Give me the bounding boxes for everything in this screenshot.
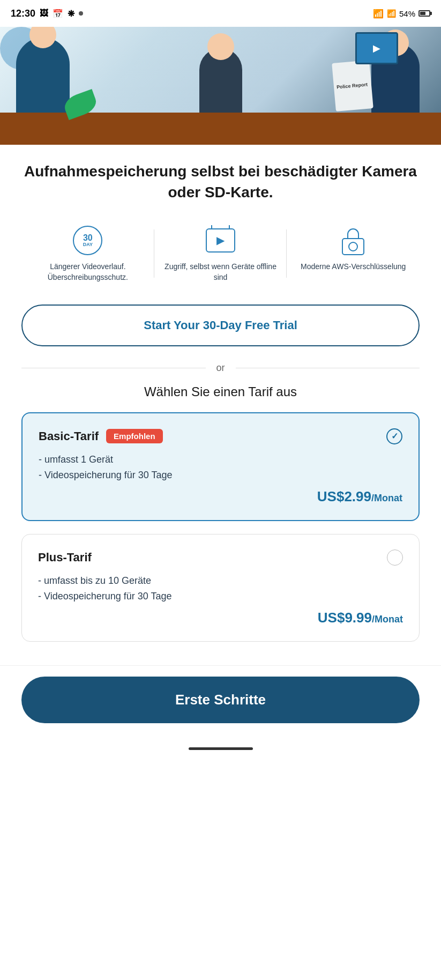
hero-image (0, 27, 441, 145)
home-indicator (0, 739, 441, 755)
basic-plan-name: Basic-Tarif (39, 429, 99, 443)
hero-police-report (332, 60, 373, 112)
30day-icon: 30 DAY (73, 226, 102, 255)
feature-item-2: Moderne AWS-Verschlüsselung (287, 224, 420, 272)
trial-button[interactable]: Start Your 30-Day Free Trial (21, 305, 420, 346)
plus-plan-feature-1: - Videospeicherung für 30 Tage (38, 591, 403, 602)
divider-line-right (236, 368, 420, 368)
status-time: 12:30 🖼 📅 ❋ (11, 8, 83, 19)
basic-plan-period: /Monat (371, 493, 402, 503)
lock-icon (340, 226, 366, 255)
calendar-icon: 📅 (53, 9, 63, 19)
main-content: Aufnahmespeicherung selbst bei beschädig… (0, 145, 441, 665)
basic-plan-price: US$2.99 (317, 488, 371, 504)
basic-plan-header: Basic-Tarif Empfohlen (39, 428, 402, 444)
plus-plan-price: US$9.99 (318, 610, 372, 626)
plus-plan-radio[interactable] (387, 550, 403, 566)
basic-plan-price-row: US$2.99/Monat (39, 488, 402, 505)
bottom-section: Erste Schritte (0, 665, 441, 739)
home-bar (189, 747, 253, 750)
divider: or (21, 362, 420, 374)
feature-icon-lock (337, 224, 369, 256)
feature-item-0: 30 DAY Längerer Videoverlauf. Überschrei… (21, 224, 154, 283)
wifi-icon: 📶 (373, 9, 384, 19)
plus-plan-card[interactable]: Plus-Tarif - umfasst bis zu 10 Geräte - … (21, 534, 420, 642)
settings-icon: ❋ (68, 9, 74, 19)
feature-icon-30day: 30 DAY (72, 224, 104, 256)
feature-text-1: Zugriff, selbst wenn Geräte offline sind (160, 262, 282, 283)
basic-plan-name-row: Basic-Tarif Empfohlen (39, 429, 163, 443)
status-indicators: 📶 📶 54% (373, 9, 430, 19)
feature-text-0: Längerer Videoverlauf. Überschreibungssc… (27, 262, 149, 283)
plan-subtitle: Wählen Sie einen Tarif aus (21, 384, 420, 399)
hero-desk (0, 113, 441, 145)
basic-plan-feature-0: - umfasst 1 Gerät (39, 454, 402, 465)
plus-plan-header: Plus-Tarif (38, 550, 403, 566)
hero-figure-mid (199, 48, 242, 113)
basic-plan-radio[interactable] (386, 428, 402, 444)
feature-text-2: Moderne AWS-Verschlüsselung (301, 262, 406, 272)
hero-figure-1 (16, 38, 70, 113)
play-box-icon: ▶ (206, 228, 235, 253)
plus-plan-feature-0: - umfasst bis zu 10 Geräte (38, 575, 403, 586)
battery-text: 54% (399, 9, 415, 18)
plus-plan-period: /Monat (372, 614, 403, 625)
hero-monitor (355, 32, 398, 64)
battery-icon (418, 10, 430, 17)
plus-plan-name-row: Plus-Tarif (38, 551, 92, 565)
divider-line-left (21, 368, 206, 368)
start-button[interactable]: Erste Schritte (21, 677, 420, 723)
divider-text: or (206, 362, 236, 374)
dot-indicator (79, 11, 83, 16)
status-bar: 12:30 🖼 📅 ❋ 📶 📶 54% (0, 0, 441, 27)
main-title: Aufnahmespeicherung selbst bei beschädig… (21, 161, 420, 203)
time-display: 12:30 (11, 8, 35, 19)
basic-plan-feature-1: - Videospeicherung für 30 Tage (39, 470, 402, 481)
plus-plan-name: Plus-Tarif (38, 551, 92, 565)
feature-icon-play: ▶ (205, 224, 237, 256)
features-row: 30 DAY Längerer Videoverlauf. Überschrei… (21, 219, 420, 288)
photo-icon: 🖼 (40, 9, 48, 18)
recommended-badge: Empfohlen (106, 429, 163, 443)
plus-plan-price-row: US$9.99/Monat (38, 610, 403, 626)
feature-item-1: ▶ Zugriff, selbst wenn Geräte offline si… (154, 224, 287, 283)
signal-icon: 📶 (387, 9, 396, 18)
basic-plan-card[interactable]: Basic-Tarif Empfohlen - umfasst 1 Gerät … (21, 412, 420, 521)
